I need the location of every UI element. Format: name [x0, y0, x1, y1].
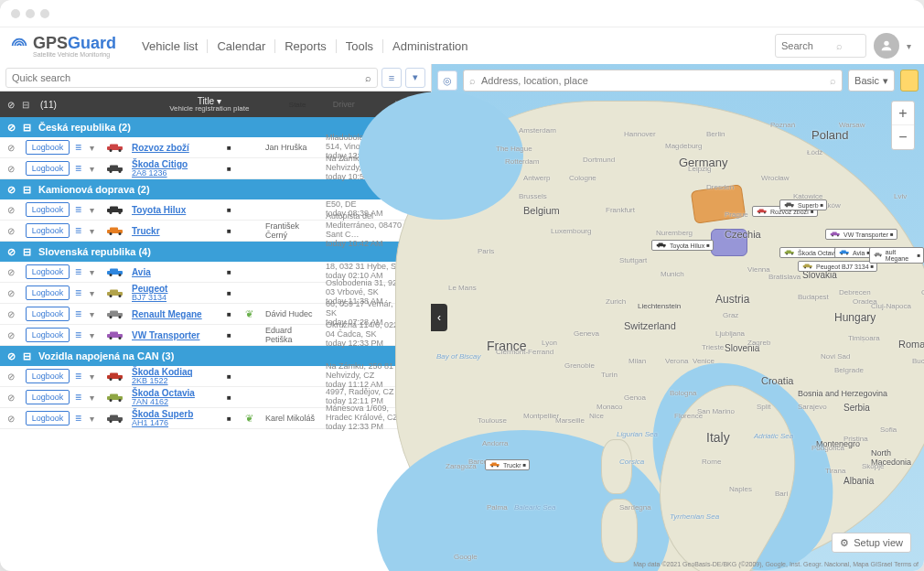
vehicle-name-link[interactable]: Škoda Octavia [132, 388, 221, 398]
map-layer-select[interactable]: Basic▾ [848, 70, 895, 92]
panel-collapse-button[interactable]: ‹ [431, 304, 447, 331]
check-icon[interactable]: ⊘ [7, 122, 16, 134]
logbook-button[interactable]: Logbook [26, 140, 70, 155]
check-icon[interactable]: ⊘ [7, 246, 16, 258]
row-check-icon[interactable]: ⊘ [7, 164, 20, 174]
row-menu-icon[interactable]: ≡ [75, 141, 84, 154]
row-more-icon[interactable]: ▾ [90, 309, 99, 319]
vehicle-name-cell[interactable]: Rozvoz zboží [132, 143, 221, 153]
logbook-button[interactable]: Logbook [26, 369, 70, 383]
col-title[interactable]: Title ▾ Vehicle registration plate [141, 97, 278, 112]
vehicle-name-link[interactable]: Rozvoz zboží [132, 143, 221, 153]
search-go-icon[interactable]: ⌕ [830, 75, 836, 86]
row-check-icon[interactable]: ⊘ [7, 372, 20, 382]
vehicle-name-cell[interactable]: Škoda Superb AH1 1476 [132, 409, 221, 428]
collapse-icon[interactable]: ⊟ [23, 246, 31, 258]
vehicle-name-cell[interactable]: Truckr [132, 226, 221, 236]
vehicle-name-link[interactable]: Avia [132, 267, 221, 277]
row-more-icon[interactable]: ▾ [90, 414, 99, 424]
map-panel[interactable]: ‹ GermanyBelgiumFranceSwitzerlandCzechia… [432, 64, 924, 571]
collapse-icon[interactable]: ⊟ [23, 184, 31, 196]
nav-tools[interactable]: Tools [336, 39, 382, 53]
vehicle-name-cell[interactable]: VW Transporter [132, 330, 221, 340]
row-more-icon[interactable]: ▾ [90, 330, 99, 340]
vehicle-plate[interactable]: 2KB 1522 [132, 377, 221, 386]
row-check-icon[interactable]: ⊘ [7, 205, 20, 215]
vehicle-plate[interactable]: AH1 1476 [132, 419, 221, 428]
row-menu-icon[interactable]: ≡ [75, 307, 84, 320]
vehicle-name-cell[interactable]: Peugeot BJ7 3134 [132, 284, 221, 303]
setup-view-button[interactable]: ⚙ Setup view [832, 533, 911, 553]
vehicle-plate[interactable]: 7AN 4162 [132, 398, 221, 407]
col-driver[interactable]: Driver [329, 100, 384, 109]
vehicle-name-link[interactable]: Škoda Citigo [132, 159, 221, 169]
row-check-icon[interactable]: ⊘ [7, 330, 20, 340]
vehicle-name-link[interactable]: Peugeot [132, 284, 221, 294]
zoom-in-button[interactable]: + [892, 102, 914, 125]
zoom-out-button[interactable]: − [892, 125, 914, 149]
collapse-icon[interactable]: ⊟ [23, 350, 31, 362]
vehicle-map-pin[interactable]: VW Transporter■ [825, 229, 897, 240]
row-check-icon[interactable]: ⊘ [7, 309, 20, 319]
row-more-icon[interactable]: ▾ [90, 164, 99, 174]
vehicle-plate[interactable]: 2A8 1236 [132, 169, 221, 178]
row-check-icon[interactable]: ⊘ [7, 267, 20, 277]
vehicle-row[interactable]: ⊘ Logbook ≡ ▾ Škoda Kodiaq 2KB 1522 ■ Na… [0, 366, 431, 387]
logbook-button[interactable]: Logbook [26, 328, 70, 342]
window-max-dot[interactable] [40, 9, 49, 18]
check-icon[interactable]: ⊘ [7, 184, 16, 196]
check-all-icon[interactable]: ⊘ [7, 100, 15, 110]
row-menu-icon[interactable]: ≡ [75, 370, 84, 382]
nav-administration[interactable]: Administration [382, 39, 477, 53]
row-check-icon[interactable]: ⊘ [7, 288, 20, 298]
check-icon[interactable]: ⊘ [7, 350, 16, 362]
list-options-button[interactable]: ▾ [405, 68, 425, 88]
vehicle-name-link[interactable]: Škoda Superb [132, 409, 221, 419]
map-search[interactable]: ⌕ ⌕ [463, 70, 843, 92]
row-menu-icon[interactable]: ≡ [75, 203, 84, 216]
logbook-button[interactable]: Logbook [26, 390, 70, 404]
row-more-icon[interactable]: ▾ [90, 143, 99, 153]
window-close-dot[interactable] [11, 9, 20, 18]
quick-search[interactable]: ⌕ [5, 68, 378, 88]
nav-calendar[interactable]: Calendar [207, 39, 274, 53]
row-menu-icon[interactable]: ≡ [75, 286, 84, 299]
col-state[interactable]: State [285, 101, 322, 109]
row-menu-icon[interactable]: ≡ [75, 412, 84, 425]
vehicle-name-cell[interactable]: Škoda Octavia 7AN 4162 [132, 388, 221, 407]
vehicle-map-pin[interactable]: Avia■ [834, 247, 874, 258]
row-menu-icon[interactable]: ≡ [75, 224, 84, 237]
row-more-icon[interactable]: ▾ [90, 205, 99, 215]
vehicle-name-link[interactable]: Truckr [132, 226, 221, 236]
vehicle-name-cell[interactable]: Škoda Kodiaq 2KB 1522 [132, 367, 221, 386]
map-locate-button[interactable]: ◎ [437, 70, 457, 91]
header-search[interactable]: ⌕ [775, 34, 866, 58]
vehicle-row[interactable]: ⊘ Logbook ≡ ▾ Škoda Superb AH1 1476 ■ ❦ … [0, 408, 431, 429]
vehicle-name-link[interactable]: Škoda Kodiaq [132, 367, 221, 377]
nav-vehicle-list[interactable]: Vehicle list [133, 39, 207, 53]
vehicle-row[interactable]: ⊘ Logbook ≡ ▾ VW Transporter ■ Eduard Pe… [0, 325, 431, 346]
row-more-icon[interactable]: ▾ [90, 288, 99, 298]
collapse-all-icon[interactable]: ⊟ [22, 100, 29, 110]
logbook-button[interactable]: Logbook [26, 223, 70, 238]
quick-search-input[interactable] [12, 72, 365, 83]
logbook-button[interactable]: Logbook [26, 202, 70, 217]
vehicle-map-pin[interactable]: ault Megane■ [869, 247, 924, 264]
row-more-icon[interactable]: ▾ [90, 226, 99, 236]
row-check-icon[interactable]: ⊘ [7, 143, 20, 153]
vehicle-name-link[interactable]: Renault Megane [132, 309, 221, 319]
row-menu-icon[interactable]: ≡ [75, 265, 84, 278]
vehicle-plate[interactable]: BJ7 3134 [132, 294, 221, 303]
chevron-down-icon[interactable]: ▾ [907, 41, 911, 51]
vehicle-name-cell[interactable]: Toyota Hilux [132, 205, 221, 215]
row-menu-icon[interactable]: ≡ [75, 329, 84, 341]
map-search-input[interactable] [481, 75, 824, 86]
window-min-dot[interactable] [26, 9, 35, 18]
vehicle-map-pin[interactable]: Peugeot BJ7 3134■ [798, 261, 877, 272]
collapse-icon[interactable]: ⊟ [23, 122, 31, 134]
vehicle-name-cell[interactable]: Škoda Citigo 2A8 1236 [132, 159, 221, 178]
row-more-icon[interactable]: ▾ [90, 393, 99, 403]
vehicle-name-link[interactable]: VW Transporter [132, 330, 221, 340]
vehicle-name-cell[interactable]: Avia [132, 267, 221, 277]
logbook-button[interactable]: Logbook [26, 286, 70, 300]
